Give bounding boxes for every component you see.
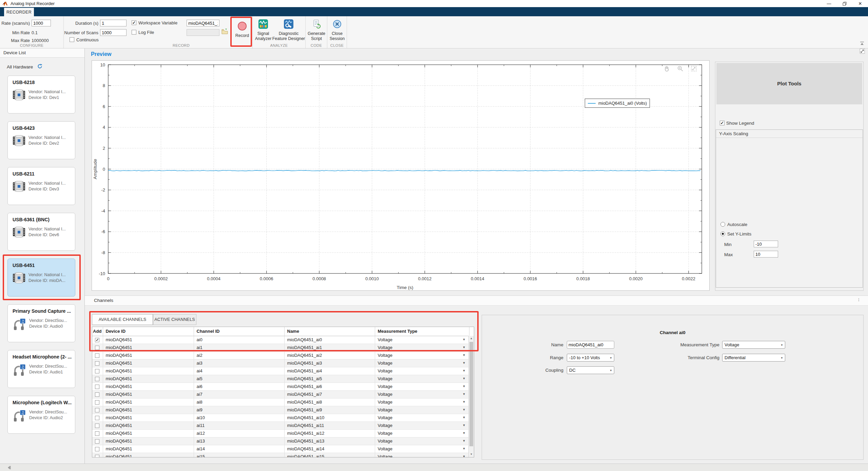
continuous-checkbox[interactable] [70,37,74,42]
channel-name-input[interactable] [567,341,614,349]
table-row[interactable]: mioDAQ6451ai2mioDAQ6451_ai2Voltage▼ [92,351,469,359]
measurement-type-dropdown[interactable]: Voltage [722,341,785,349]
table-row[interactable]: mioDAQ6451ai9mioDAQ6451_ai9Voltage▼ [92,406,469,414]
restore-button[interactable] [837,0,852,7]
measurement-type-cell[interactable]: Voltage▼ [375,336,469,344]
device-card[interactable]: USB-6218Vendor: National I...Device ID: … [7,76,75,114]
tab-available-channels[interactable]: AVAILABLE CHANNELS [92,314,153,325]
scrollbar-thumb[interactable] [469,342,473,446]
chart-legend[interactable]: mioDAQ6451_ai0 (Volts) [585,99,650,108]
add-channel-checkbox[interactable] [95,439,99,444]
add-channel-checkbox[interactable] [95,338,99,342]
measurement-type-cell[interactable]: Voltage▼ [375,437,469,445]
signal-analyzer-button[interactable]: Signal Analyzer [253,16,274,41]
add-channel-checkbox[interactable] [95,361,99,366]
show-legend-checkbox[interactable] [720,121,725,125]
collapse-ribbon-icon[interactable] [860,41,865,47]
collapse-panel-icon[interactable] [7,465,12,471]
measurement-type-cell[interactable]: Voltage▼ [375,429,469,437]
log-file-checkbox[interactable] [132,30,136,35]
measurement-type-cell[interactable]: Voltage▼ [375,406,469,414]
log-file-browse-icon[interactable] [221,28,228,36]
device-card[interactable]: USB-6361 (BNC)Vendor: National I...Devic… [7,213,75,251]
add-channel-checkbox[interactable] [95,353,99,358]
add-channel-checkbox[interactable] [95,346,99,350]
diagnostic-feature-designer-button[interactable]: Diagnostic Feature Designer [272,16,306,41]
add-channel-checkbox[interactable] [95,400,99,405]
minimize-button[interactable]: — [821,0,837,7]
add-channel-checkbox[interactable] [95,424,99,428]
table-row[interactable]: mioDAQ6451ai14mioDAQ6451_ai14Voltage▼ [92,445,469,453]
measurement-type-cell[interactable]: Voltage▼ [375,390,469,398]
workspace-variable-input[interactable] [187,20,219,26]
device-card[interactable]: Microphone (Logitech W...♫Vendor: Direct… [7,396,75,434]
measurement-type-cell[interactable]: Voltage▼ [375,422,469,429]
y-max-input[interactable] [754,251,778,258]
device-card[interactable]: USB-6423Vendor: National I...Device ID: … [7,121,75,159]
y-min-input[interactable] [754,241,778,247]
generate-script-button[interactable]: Generate Script [306,16,327,41]
set-y-limits-radio[interactable] [720,231,725,236]
device-card[interactable]: USB-6451Vendor: National I...Device ID: … [7,259,75,296]
measurement-type-cell[interactable]: Voltage▼ [375,398,469,406]
table-row[interactable]: mioDAQ6451ai4mioDAQ6451_ai4Voltage▼ [92,367,469,375]
table-row[interactable]: mioDAQ6451ai3mioDAQ6451_ai3Voltage▼ [92,359,469,367]
measurement-type-cell[interactable]: Voltage▼ [375,375,469,383]
number-of-scans-input[interactable] [100,29,127,36]
scrollbar-up-icon[interactable]: ▲ [469,336,474,341]
table-row[interactable]: mioDAQ6451ai12mioDAQ6451_ai12Voltage▼ [92,429,469,437]
measurement-type-cell[interactable]: Voltage▼ [375,351,469,359]
add-channel-checkbox[interactable] [95,385,99,389]
panel-expand-icon[interactable] [859,48,865,56]
duration-input[interactable] [100,20,127,26]
column-header[interactable]: Device ID [103,327,194,336]
rate-input[interactable] [32,20,51,26]
add-channel-checkbox[interactable] [95,447,99,451]
column-header[interactable]: Measurement Type [375,327,469,336]
add-channel-checkbox[interactable] [95,369,99,373]
coupling-dropdown[interactable]: DC [567,366,614,374]
add-channel-checkbox[interactable] [95,455,99,457]
table-row[interactable]: mioDAQ6451ai15mioDAQ6451_ai15Voltage▼ [92,453,469,457]
measurement-type-cell[interactable]: Voltage▼ [375,383,469,390]
device-card[interactable]: USB-6211Vendor: National I...Device ID: … [7,167,75,205]
device-card[interactable]: Headset Microphone (2- ...♫Vendor: Direc… [7,350,75,388]
close-button[interactable]: ✕ [852,0,868,7]
autoscale-radio[interactable] [720,222,725,227]
table-row[interactable]: mioDAQ6451ai8mioDAQ6451_ai8Voltage▼ [92,398,469,406]
measurement-type-cell[interactable]: Voltage▼ [375,453,469,457]
table-row[interactable]: mioDAQ6451ai1mioDAQ6451_ai1Voltage▼ [92,344,469,351]
tab-active-channels[interactable]: ACTIVE CHANNELS [153,314,196,325]
scrollbar-down-icon[interactable]: ▼ [469,452,474,457]
table-row[interactable]: mioDAQ6451ai13mioDAQ6451_ai13Voltage▼ [92,437,469,445]
close-session-button[interactable]: Close Session [328,16,347,41]
measurement-type-cell[interactable]: Voltage▼ [375,359,469,367]
measurement-type-cell[interactable]: Voltage▼ [375,414,469,422]
measurement-type-cell[interactable]: Voltage▼ [375,367,469,375]
tab-recorder[interactable]: RECORDER [4,8,34,16]
terminal-config-dropdown[interactable]: Differential [722,354,785,362]
measurement-type-cell[interactable]: Voltage▼ [375,344,469,351]
table-scrollbar[interactable]: ▲ ▼ [468,336,474,457]
table-row[interactable]: mioDAQ6451ai6mioDAQ6451_ai6Voltage▼ [92,383,469,390]
add-channel-checkbox[interactable] [95,416,99,420]
pan-icon[interactable] [663,65,670,72]
measurement-type-cell[interactable]: Voltage▼ [375,445,469,453]
table-row[interactable]: mioDAQ6451ai7mioDAQ6451_ai7Voltage▼ [92,390,469,398]
add-channel-checkbox[interactable] [95,408,99,412]
column-header[interactable]: Channel ID [194,327,284,336]
restore-view-icon[interactable] [691,65,697,72]
table-row[interactable]: mioDAQ6451ai0mioDAQ6451_ai0Voltage▼ [92,336,469,344]
workspace-variable-checkbox[interactable] [132,20,136,25]
table-row[interactable]: mioDAQ6451ai5mioDAQ6451_ai5Voltage▼ [92,375,469,383]
add-channel-checkbox[interactable] [95,431,99,436]
column-header[interactable]: Add [92,327,103,336]
range-dropdown[interactable]: -10 to +10 Volts [567,354,614,362]
table-row[interactable]: mioDAQ6451ai10mioDAQ6451_ai10Voltage▼ [92,414,469,422]
record-button[interactable]: Record [233,18,252,47]
channels-menu-icon[interactable]: ⁝ [858,297,860,303]
add-channel-checkbox[interactable] [95,392,99,397]
zoom-in-icon[interactable] [677,65,683,72]
column-header[interactable]: Name [284,327,375,336]
table-row[interactable]: mioDAQ6451ai11mioDAQ6451_ai11Voltage▼ [92,422,469,429]
